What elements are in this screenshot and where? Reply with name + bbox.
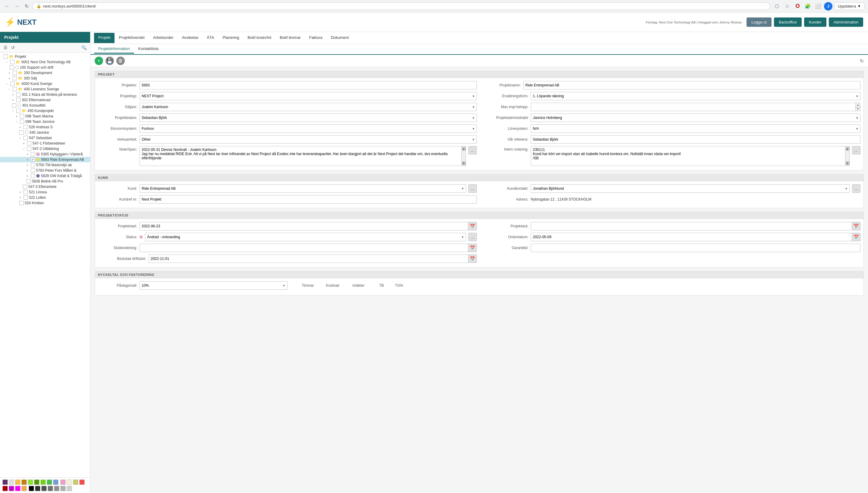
palette-color-gray5[interactable] xyxy=(67,486,72,491)
tree-checkbox[interactable]: ✓ xyxy=(31,157,35,162)
expand-icon[interactable]: + xyxy=(19,126,22,129)
sidebar-item-100[interactable]: 100 Support och drift xyxy=(0,65,90,70)
status-select[interactable]: Ändrad - onboarding xyxy=(145,233,466,241)
tree-checkbox[interactable] xyxy=(27,147,32,151)
user-profile-button[interactable]: J xyxy=(824,2,832,10)
tree-checkbox[interactable] xyxy=(20,120,24,124)
expand-icon[interactable]: + xyxy=(26,164,29,167)
extensions2-icon[interactable]: 🧩 xyxy=(804,2,812,10)
projektledare-select[interactable]: Sebastian Björk xyxy=(140,113,477,122)
kundkontakt-expand-button[interactable]: … xyxy=(852,184,861,193)
tree-checkbox[interactable] xyxy=(4,55,8,59)
palette-color-gray2[interactable] xyxy=(48,486,53,491)
scroll-up-btn[interactable]: ▲ xyxy=(462,147,466,151)
ekonomisystem-select[interactable]: Fortnox xyxy=(140,124,477,133)
tab-bokf-kostn[interactable]: Bokf kostn/Int xyxy=(244,33,276,43)
tree-checkbox[interactable] xyxy=(16,109,20,113)
palette-color-cream[interactable] xyxy=(67,479,72,485)
expand-icon[interactable]: + xyxy=(8,71,12,75)
sidebar-item-522[interactable]: + 522 Lotten xyxy=(0,195,90,200)
expand-icon[interactable]: + xyxy=(26,169,29,172)
palette-color-gray[interactable] xyxy=(9,479,14,485)
scroll-down-btn[interactable]: ▼ xyxy=(462,162,466,165)
scroll-down-btn2[interactable]: ▼ xyxy=(846,162,849,165)
palette-color-lightgreen[interactable] xyxy=(28,479,33,485)
tree-checkbox[interactable] xyxy=(9,65,14,69)
sidebar-item-099[interactable]: − 099 Team Jannice xyxy=(0,119,90,124)
palette-color-red[interactable] xyxy=(79,479,85,485)
palette-color-black[interactable] xyxy=(29,486,34,491)
expand-icon[interactable]: + xyxy=(12,99,15,102)
sidebar-item-5693[interactable]: + ✓ 5693 Ride Entreprenad AB xyxy=(0,157,90,162)
slutbesiktning-calendar-btn[interactable]: 📅 xyxy=(468,244,477,252)
tab-dokument[interactable]: Dokument xyxy=(327,33,353,43)
opera-icon[interactable]: O xyxy=(793,2,802,10)
sidebar-item-401[interactable]: 401 Konsulttid xyxy=(0,103,90,108)
palette-color-darkred[interactable] xyxy=(2,486,8,491)
expand-icon[interactable]: + xyxy=(26,158,29,162)
palette-color-purple-dark[interactable] xyxy=(2,479,8,485)
tree-checkbox[interactable] xyxy=(13,87,17,91)
tab-projektoversikt[interactable]: Projektöversikt xyxy=(115,33,149,43)
sidebar-item-450[interactable]: − 📁 450 Kundprojekt xyxy=(0,108,90,113)
tab-avvikelse[interactable]: Avvikelse xyxy=(178,33,203,43)
sidebar-item-400[interactable]: − 📁 400 Leverans Sverige xyxy=(0,86,90,92)
expand-icon[interactable]: + xyxy=(26,153,29,156)
extensions-icon[interactable]: ⬡ xyxy=(773,2,781,10)
sidebar-item-302[interactable]: + 302 Eftermarknad xyxy=(0,97,90,103)
tree-checkbox[interactable] xyxy=(13,76,17,80)
tree-checkbox[interactable] xyxy=(19,130,23,135)
expand-icon[interactable]: − xyxy=(16,120,19,124)
tree-checkbox[interactable] xyxy=(16,92,20,97)
expand-icon[interactable]: − xyxy=(12,109,15,113)
expand-icon[interactable]: − xyxy=(23,147,26,151)
palette-color-orange[interactable] xyxy=(21,486,27,491)
saljare-select[interactable]: Joakim Karlsson xyxy=(140,103,477,111)
sidebar-item-5828[interactable]: + 5828 GW Asfalt & Trädgå xyxy=(0,173,90,178)
sidebar-item-0001[interactable]: − 📁 0001 Next One Technology AB xyxy=(0,59,90,65)
projektstart-calendar-btn[interactable]: 📅 xyxy=(468,222,477,230)
sidebar-menu-icon[interactable]: ☰ xyxy=(3,45,8,50)
max-impl-input[interactable] xyxy=(531,103,861,111)
tree-checkbox[interactable] xyxy=(10,82,15,86)
profile-icon[interactable]: ⬜ xyxy=(814,2,822,10)
projektadmin-select[interactable]: Jannice Holmberg xyxy=(531,113,861,122)
palette-color-pink[interactable] xyxy=(60,479,66,485)
expand-icon[interactable]: − xyxy=(19,136,22,140)
verksamhet-select[interactable]: Other xyxy=(140,135,477,144)
logout-button[interactable]: Logga ut xyxy=(746,18,771,27)
sidebar-item-540[interactable]: 540 Jannice xyxy=(0,130,90,135)
sidebar-item-3011[interactable]: + 301.1 Klara att fördela på leverans xyxy=(0,92,90,97)
expand-icon[interactable]: + xyxy=(26,174,29,178)
kund-expand-button[interactable]: … xyxy=(468,184,477,193)
projektslut-calendar-btn[interactable]: 📅 xyxy=(852,222,861,230)
sidebar-item-547[interactable]: − 547 Sebastian xyxy=(0,135,90,141)
lonesystem-select[interactable]: N/A xyxy=(531,124,861,133)
palette-color-olive[interactable] xyxy=(73,479,78,485)
add-button[interactable]: + xyxy=(95,57,103,65)
tree-checkbox[interactable] xyxy=(16,98,20,102)
administration-button[interactable]: Administration xyxy=(829,18,863,27)
palette-color-gray3[interactable] xyxy=(54,486,59,491)
update-button[interactable]: Uppdatera ▼ xyxy=(834,2,864,10)
sidebar-item-projekt[interactable]: 📁 Projekt xyxy=(0,54,90,59)
projektnr-input[interactable] xyxy=(140,81,477,89)
var-referens-input[interactable] xyxy=(531,135,861,144)
forward-button[interactable]: → xyxy=(13,3,20,10)
sidebar-item-5783[interactable]: + 5783 Peter Fors Måleri & xyxy=(0,168,90,173)
sidebar-item-524[interactable]: 524 Kristian xyxy=(0,200,90,206)
tree-checkbox[interactable] xyxy=(10,60,15,64)
bookmark-icon[interactable]: ☆ xyxy=(783,2,791,10)
intern-notering-textarea[interactable]: 230111 Kund har kört ver-import utan att… xyxy=(531,146,845,166)
projektnamn-input[interactable] xyxy=(523,81,861,89)
kunder-button[interactable]: Kunder xyxy=(804,18,826,27)
palette-color-green3[interactable] xyxy=(47,479,52,485)
orderdatum-calendar-btn[interactable]: 📅 xyxy=(852,233,861,241)
sidebar-search-icon[interactable]: 🔍 xyxy=(81,45,87,50)
status-expand-button[interactable]: … xyxy=(468,233,477,241)
tree-checkbox[interactable] xyxy=(20,114,24,119)
tab-projekt[interactable]: Projekt xyxy=(94,33,115,43)
tree-checkbox[interactable] xyxy=(23,190,28,194)
sidebar-item-547-3[interactable]: 547-3 Efterarbete xyxy=(0,184,90,189)
beslutad-input[interactable] xyxy=(149,255,468,263)
